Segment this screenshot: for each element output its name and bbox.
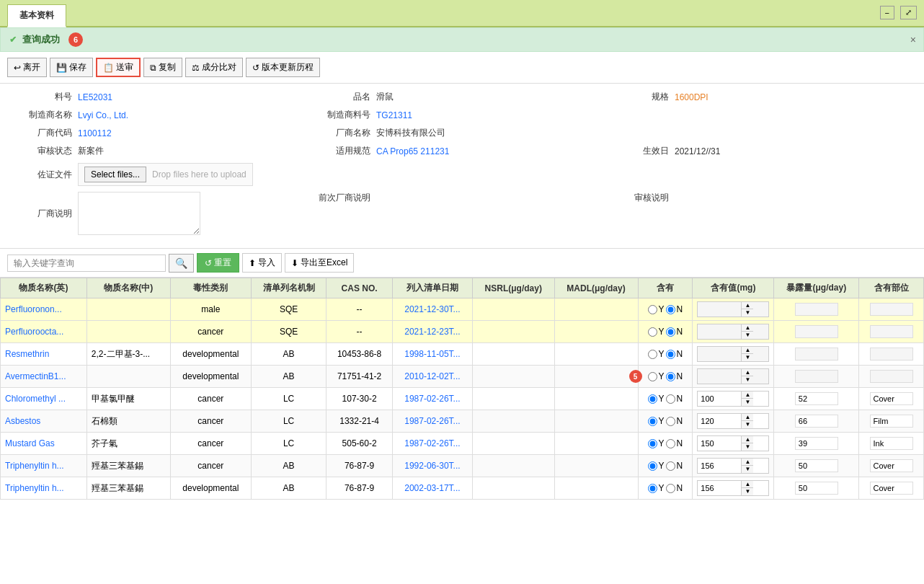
success-icon: ✔ — [9, 35, 17, 45]
exposure-input[interactable] — [795, 348, 838, 360]
liao-hao-label: 料号 — [14, 91, 72, 103]
select-files-button[interactable]: Select files... — [84, 167, 146, 182]
exposure-input[interactable] — [795, 392, 838, 405]
back-button[interactable]: ↩ 离开 — [7, 58, 47, 77]
radio-yes[interactable] — [648, 394, 657, 404]
exposure-input[interactable] — [795, 325, 838, 338]
chang-shang-shuo-ming-input[interactable] — [78, 192, 200, 235]
alert-close-button[interactable]: × — [910, 34, 916, 45]
radio-yes[interactable] — [648, 484, 657, 493]
copy-button[interactable]: ⧉ 复制 — [143, 58, 182, 77]
amount-up[interactable]: ▲ — [742, 481, 753, 488]
location-input[interactable] — [870, 348, 913, 360]
radio-yes[interactable] — [648, 305, 657, 314]
chang-shang-dai-ma-label: 厂商代码 — [14, 127, 72, 139]
amount-up[interactable]: ▲ — [742, 436, 753, 443]
cell-contains: Y N — [638, 433, 693, 455]
radio-no[interactable] — [666, 350, 675, 359]
amount-input[interactable] — [698, 482, 741, 494]
exposure-input[interactable] — [795, 459, 838, 472]
location-input[interactable] — [870, 415, 913, 428]
table-row: Perfluoroocta...cancerSQE--2021-12-23T..… — [1, 321, 924, 343]
location-input[interactable] — [870, 392, 913, 405]
amount-input[interactable] — [698, 460, 741, 472]
cell-nsrl — [472, 388, 554, 410]
location-input[interactable] — [870, 482, 913, 495]
radio-no[interactable] — [666, 461, 675, 471]
export-icon: ⬇ — [291, 258, 298, 268]
exposure-input[interactable] — [795, 437, 838, 450]
amount-down[interactable]: ▼ — [742, 443, 753, 451]
amount-input[interactable] — [698, 348, 741, 360]
amount-up[interactable]: ▲ — [742, 324, 753, 332]
radio-yes[interactable] — [648, 350, 657, 359]
cell-toxicity: cancer — [170, 455, 251, 477]
cell-toxicity: developmental — [170, 343, 251, 366]
radio-no[interactable] — [666, 372, 675, 381]
radio-yes[interactable] — [648, 417, 657, 426]
history-button[interactable]: ↺ 版本更新历程 — [246, 58, 320, 77]
radio-yes[interactable] — [648, 327, 657, 337]
amount-down[interactable]: ▼ — [742, 332, 753, 339]
amount-up[interactable]: ▲ — [742, 369, 753, 376]
cell-date: 2021-12-23T... — [392, 321, 472, 343]
cell-amount: ▲ ▼ — [693, 410, 774, 433]
minimize-button[interactable]: − — [880, 6, 894, 19]
location-input[interactable] — [870, 370, 913, 383]
import-icon: ⬆ — [249, 258, 256, 268]
cell-contains: Y N — [638, 321, 693, 343]
amount-input[interactable] — [698, 371, 741, 382]
exposure-input[interactable] — [795, 482, 838, 495]
amount-down[interactable]: ▼ — [742, 354, 753, 361]
radio-yes[interactable] — [648, 439, 657, 448]
pin-ming-label: 品名 — [313, 91, 370, 103]
location-input[interactable] — [870, 437, 913, 450]
radio-no[interactable] — [666, 394, 675, 404]
cell-cas: 505-60-2 — [326, 433, 392, 455]
radio-no[interactable] — [666, 417, 675, 426]
amount-up[interactable]: ▲ — [742, 459, 753, 466]
amount-down[interactable]: ▼ — [742, 488, 753, 495]
amount-input[interactable] — [698, 326, 741, 337]
export-excel-button[interactable]: ⬇ 导出至Excel — [285, 253, 354, 273]
table-container: 物质名称(英) 物质名称(中) 毒性类别 清单列名机制 CAS NO. 列入清单… — [0, 278, 924, 584]
search-button[interactable]: 🔍 — [169, 254, 194, 273]
amount-input[interactable] — [698, 438, 741, 449]
amount-up[interactable]: ▲ — [742, 347, 753, 354]
radio-yes[interactable] — [648, 461, 657, 471]
location-input[interactable] — [870, 459, 913, 472]
amount-input[interactable] — [698, 415, 741, 427]
amount-down[interactable]: ▼ — [742, 421, 753, 428]
save-button[interactable]: 💾 保存 — [50, 58, 93, 77]
amount-up[interactable]: ▲ — [742, 302, 753, 309]
cell-mechanism: AB — [251, 455, 326, 477]
amount-up[interactable]: ▲ — [742, 414, 753, 421]
amount-input[interactable] — [698, 393, 741, 404]
amount-down[interactable]: ▼ — [742, 399, 753, 406]
radio-no[interactable] — [666, 484, 675, 493]
submit-button[interactable]: 📋 送审 — [96, 58, 141, 77]
reset-button[interactable]: ↺ 重置 — [197, 253, 239, 273]
tab-basic-info[interactable]: 基本资料 — [7, 4, 66, 27]
exposure-input[interactable] — [795, 303, 838, 316]
exposure-input[interactable] — [795, 415, 838, 428]
location-input[interactable] — [870, 325, 913, 338]
import-button[interactable]: ⬆ 导入 — [242, 253, 282, 273]
compare-button[interactable]: ⚖ 成分比对 — [185, 58, 243, 77]
label-n: N — [677, 416, 683, 426]
radio-no[interactable] — [666, 327, 675, 337]
radio-no[interactable] — [666, 439, 675, 448]
maximize-button[interactable]: ⤢ — [900, 6, 917, 19]
exposure-input[interactable] — [795, 370, 838, 383]
radio-no[interactable] — [666, 305, 675, 314]
amount-input[interactable] — [698, 304, 741, 315]
radio-yes[interactable] — [648, 372, 657, 381]
amount-down[interactable]: ▼ — [742, 376, 753, 384]
cell-cas: 71751-41-2 — [326, 366, 392, 388]
amount-down[interactable]: ▼ — [742, 466, 753, 473]
search-input[interactable] — [7, 255, 166, 272]
amount-up[interactable]: ▲ — [742, 391, 753, 399]
location-input[interactable] — [870, 303, 913, 316]
amount-down[interactable]: ▼ — [742, 309, 753, 317]
tab-controls: − ⤢ — [880, 6, 917, 19]
